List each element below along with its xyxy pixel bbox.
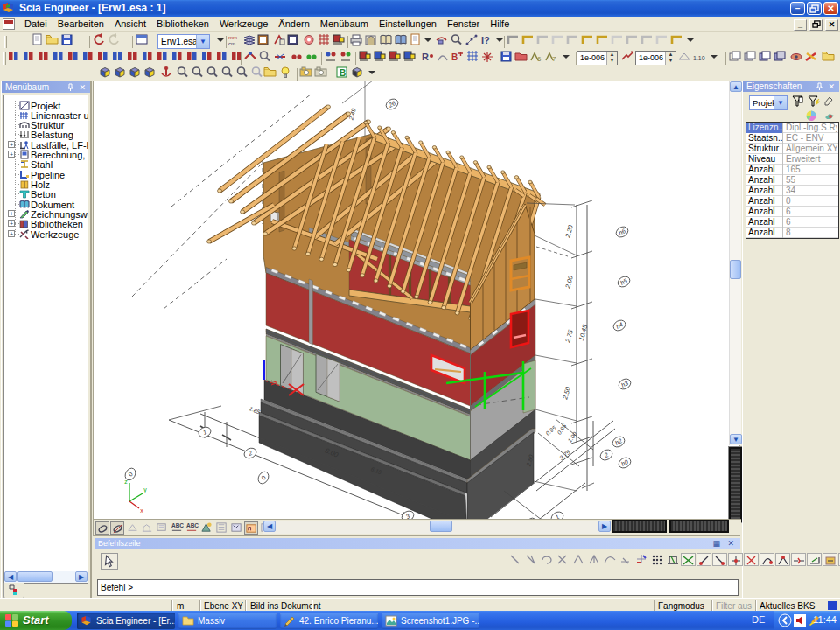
svg-text:10.45: 10.45 [578, 323, 590, 341]
svg-text:ABC: ABC [171, 522, 183, 528]
svg-text:2.00: 2.00 [564, 274, 575, 290]
svg-text:B: B [340, 68, 346, 78]
svg-text:z: z [124, 479, 128, 485]
svg-text:2.20: 2.20 [564, 223, 575, 239]
svg-text:y: y [144, 486, 147, 494]
svg-text:6: 6 [537, 55, 542, 63]
svg-text:0.95: 0.95 [544, 424, 557, 437]
svg-text:B: B [452, 52, 458, 62]
svg-text:7: 7 [552, 55, 556, 63]
svg-text:ABC: ABC [186, 522, 198, 528]
svg-text:cm: cm [228, 41, 235, 46]
svg-text:I?: I? [481, 35, 490, 46]
svg-text:0.95: 0.95 [556, 423, 567, 436]
svg-text:2.75: 2.75 [564, 328, 575, 344]
svg-text:R: R [422, 52, 429, 62]
svg-text:2.50: 2.50 [561, 385, 572, 401]
svg-text:1.10: 1.10 [693, 55, 705, 61]
svg-text:mm: mm [228, 35, 237, 40]
svg-text:x: x [140, 508, 144, 514]
